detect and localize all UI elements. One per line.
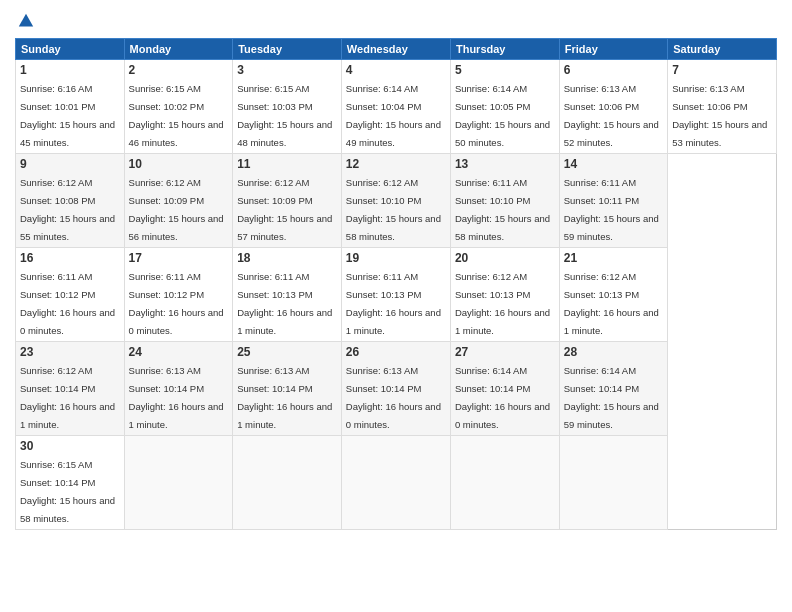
calendar-cell: 5Sunrise: 6:14 AMSunset: 10:05 PMDayligh… (450, 60, 559, 154)
calendar-body: 1Sunrise: 6:16 AMSunset: 10:01 PMDayligh… (16, 60, 777, 530)
weekday-header-thursday: Thursday (450, 39, 559, 60)
day-info: Sunrise: 6:12 AMSunset: 10:09 PMDaylight… (237, 177, 332, 242)
day-info: Sunrise: 6:12 AMSunset: 10:14 PMDaylight… (20, 365, 115, 430)
calendar-cell: 10Sunrise: 6:12 AMSunset: 10:09 PMDaylig… (124, 154, 233, 248)
day-number: 12 (346, 157, 446, 171)
day-info: Sunrise: 6:14 AMSunset: 10:05 PMDaylight… (455, 83, 550, 148)
calendar-cell: 11Sunrise: 6:12 AMSunset: 10:09 PMDaylig… (233, 154, 342, 248)
calendar-cell: 7Sunrise: 6:13 AMSunset: 10:06 PMDayligh… (668, 60, 777, 154)
day-number: 14 (564, 157, 663, 171)
day-number: 17 (129, 251, 229, 265)
day-number: 28 (564, 345, 663, 359)
calendar-cell: 14Sunrise: 6:11 AMSunset: 10:11 PMDaylig… (559, 154, 667, 248)
header (15, 10, 777, 30)
weekday-header-saturday: Saturday (668, 39, 777, 60)
day-info: Sunrise: 6:14 AMSunset: 10:14 PMDaylight… (455, 365, 550, 430)
day-info: Sunrise: 6:12 AMSunset: 10:13 PMDaylight… (455, 271, 550, 336)
day-number: 1 (20, 63, 120, 77)
day-number: 21 (564, 251, 663, 265)
logo (15, 10, 35, 30)
calendar-cell (341, 436, 450, 530)
day-number: 26 (346, 345, 446, 359)
day-number: 18 (237, 251, 337, 265)
day-info: Sunrise: 6:14 AMSunset: 10:04 PMDaylight… (346, 83, 441, 148)
day-info: Sunrise: 6:14 AMSunset: 10:14 PMDaylight… (564, 365, 659, 430)
weekday-header-wednesday: Wednesday (341, 39, 450, 60)
day-info: Sunrise: 6:13 AMSunset: 10:14 PMDaylight… (237, 365, 332, 430)
day-info: Sunrise: 6:12 AMSunset: 10:10 PMDaylight… (346, 177, 441, 242)
calendar-cell: 3Sunrise: 6:15 AMSunset: 10:03 PMDayligh… (233, 60, 342, 154)
calendar-cell: 2Sunrise: 6:15 AMSunset: 10:02 PMDayligh… (124, 60, 233, 154)
calendar-table: SundayMondayTuesdayWednesdayThursdayFrid… (15, 38, 777, 530)
weekday-header-row: SundayMondayTuesdayWednesdayThursdayFrid… (16, 39, 777, 60)
day-number: 7 (672, 63, 772, 77)
day-info: Sunrise: 6:11 AMSunset: 10:13 PMDaylight… (237, 271, 332, 336)
day-info: Sunrise: 6:12 AMSunset: 10:09 PMDaylight… (129, 177, 224, 242)
day-info: Sunrise: 6:15 AMSunset: 10:14 PMDaylight… (20, 459, 115, 524)
day-info: Sunrise: 6:13 AMSunset: 10:06 PMDaylight… (672, 83, 767, 148)
day-number: 30 (20, 439, 120, 453)
day-number: 2 (129, 63, 229, 77)
logo-icon (17, 12, 35, 30)
day-number: 9 (20, 157, 120, 171)
calendar-cell: 13Sunrise: 6:11 AMSunset: 10:10 PMDaylig… (450, 154, 559, 248)
weekday-header-tuesday: Tuesday (233, 39, 342, 60)
day-number: 3 (237, 63, 337, 77)
day-info: Sunrise: 6:16 AMSunset: 10:01 PMDaylight… (20, 83, 115, 148)
calendar-cell: 23Sunrise: 6:12 AMSunset: 10:14 PMDaylig… (16, 342, 125, 436)
calendar-cell (233, 436, 342, 530)
day-info: Sunrise: 6:15 AMSunset: 10:03 PMDaylight… (237, 83, 332, 148)
week-row-4: 23Sunrise: 6:12 AMSunset: 10:14 PMDaylig… (16, 342, 777, 436)
day-number: 16 (20, 251, 120, 265)
calendar-cell: 4Sunrise: 6:14 AMSunset: 10:04 PMDayligh… (341, 60, 450, 154)
calendar-cell: 24Sunrise: 6:13 AMSunset: 10:14 PMDaylig… (124, 342, 233, 436)
day-number: 23 (20, 345, 120, 359)
calendar-cell: 6Sunrise: 6:13 AMSunset: 10:06 PMDayligh… (559, 60, 667, 154)
day-info: Sunrise: 6:11 AMSunset: 10:12 PMDaylight… (129, 271, 224, 336)
calendar-cell: 27Sunrise: 6:14 AMSunset: 10:14 PMDaylig… (450, 342, 559, 436)
day-info: Sunrise: 6:13 AMSunset: 10:06 PMDaylight… (564, 83, 659, 148)
calendar-cell: 1Sunrise: 6:16 AMSunset: 10:01 PMDayligh… (16, 60, 125, 154)
calendar-cell: 9Sunrise: 6:12 AMSunset: 10:08 PMDayligh… (16, 154, 125, 248)
day-info: Sunrise: 6:13 AMSunset: 10:14 PMDaylight… (346, 365, 441, 430)
week-row-5: 30Sunrise: 6:15 AMSunset: 10:14 PMDaylig… (16, 436, 777, 530)
day-info: Sunrise: 6:15 AMSunset: 10:02 PMDaylight… (129, 83, 224, 148)
day-info: Sunrise: 6:12 AMSunset: 10:13 PMDaylight… (564, 271, 659, 336)
day-info: Sunrise: 6:11 AMSunset: 10:13 PMDaylight… (346, 271, 441, 336)
day-info: Sunrise: 6:11 AMSunset: 10:10 PMDaylight… (455, 177, 550, 242)
week-row-3: 16Sunrise: 6:11 AMSunset: 10:12 PMDaylig… (16, 248, 777, 342)
weekday-header-sunday: Sunday (16, 39, 125, 60)
day-number: 5 (455, 63, 555, 77)
day-info: Sunrise: 6:11 AMSunset: 10:11 PMDaylight… (564, 177, 659, 242)
day-number: 24 (129, 345, 229, 359)
calendar-cell (450, 436, 559, 530)
calendar-cell: 21Sunrise: 6:12 AMSunset: 10:13 PMDaylig… (559, 248, 667, 342)
day-number: 13 (455, 157, 555, 171)
calendar-page: SundayMondayTuesdayWednesdayThursdayFrid… (0, 0, 792, 612)
calendar-cell (124, 436, 233, 530)
calendar-cell: 20Sunrise: 6:12 AMSunset: 10:13 PMDaylig… (450, 248, 559, 342)
calendar-cell: 16Sunrise: 6:11 AMSunset: 10:12 PMDaylig… (16, 248, 125, 342)
day-number: 27 (455, 345, 555, 359)
day-number: 4 (346, 63, 446, 77)
calendar-cell: 18Sunrise: 6:11 AMSunset: 10:13 PMDaylig… (233, 248, 342, 342)
calendar-cell: 19Sunrise: 6:11 AMSunset: 10:13 PMDaylig… (341, 248, 450, 342)
weekday-header-friday: Friday (559, 39, 667, 60)
svg-marker-0 (19, 14, 33, 27)
calendar-cell: 17Sunrise: 6:11 AMSunset: 10:12 PMDaylig… (124, 248, 233, 342)
day-number: 25 (237, 345, 337, 359)
day-number: 11 (237, 157, 337, 171)
day-number: 19 (346, 251, 446, 265)
calendar-cell: 28Sunrise: 6:14 AMSunset: 10:14 PMDaylig… (559, 342, 667, 436)
day-info: Sunrise: 6:12 AMSunset: 10:08 PMDaylight… (20, 177, 115, 242)
week-row-1: 1Sunrise: 6:16 AMSunset: 10:01 PMDayligh… (16, 60, 777, 154)
day-number: 6 (564, 63, 663, 77)
weekday-header-monday: Monday (124, 39, 233, 60)
week-row-2: 9Sunrise: 6:12 AMSunset: 10:08 PMDayligh… (16, 154, 777, 248)
calendar-cell: 25Sunrise: 6:13 AMSunset: 10:14 PMDaylig… (233, 342, 342, 436)
calendar-cell: 30Sunrise: 6:15 AMSunset: 10:14 PMDaylig… (16, 436, 125, 530)
calendar-cell: 12Sunrise: 6:12 AMSunset: 10:10 PMDaylig… (341, 154, 450, 248)
calendar-cell: 26Sunrise: 6:13 AMSunset: 10:14 PMDaylig… (341, 342, 450, 436)
calendar-cell (559, 436, 667, 530)
day-number: 20 (455, 251, 555, 265)
